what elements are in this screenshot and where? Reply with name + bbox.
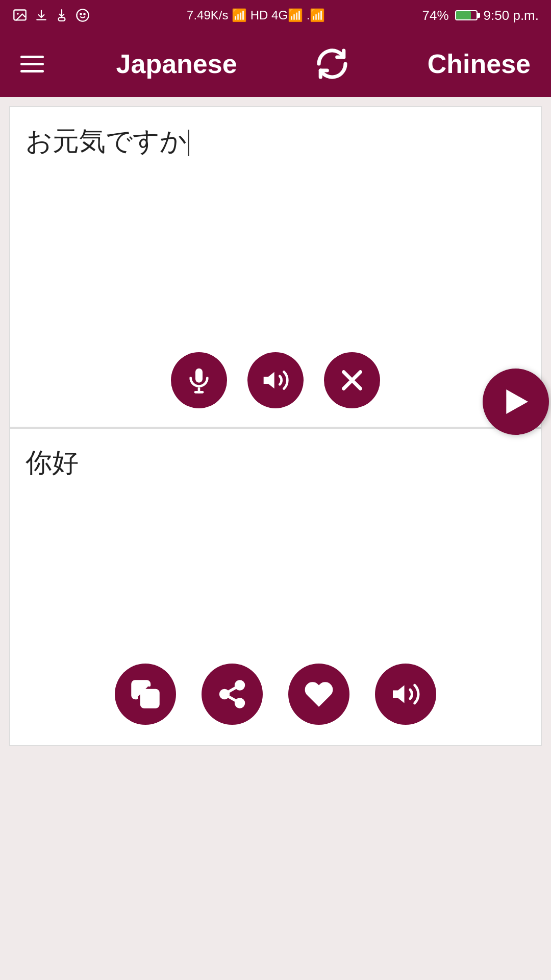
svg-marker-18 [393, 685, 405, 703]
usb-icon [55, 8, 68, 22]
swap-languages-button[interactable] [309, 41, 355, 87]
text-cursor [188, 130, 189, 156]
bottom-space [0, 755, 551, 980]
speaker-button-input[interactable] [247, 352, 304, 408]
battery-icon [455, 10, 478, 20]
output-panel: 你好 [9, 428, 542, 746]
svg-point-1 [17, 13, 19, 15]
source-text: お元気ですか [26, 126, 187, 156]
microphone-icon [185, 366, 213, 395]
send-button[interactable] [483, 369, 549, 435]
svg-rect-12 [142, 691, 159, 707]
speaker-icon-output [390, 679, 421, 709]
translated-text: 你好 [10, 429, 541, 653]
menu-button[interactable] [20, 56, 44, 72]
svg-point-2 [77, 9, 88, 21]
svg-point-3 [80, 14, 81, 15]
send-icon [499, 385, 532, 418]
status-icons-left [12, 8, 90, 22]
source-text-area[interactable]: お元気ですか [10, 107, 541, 342]
clear-button[interactable] [324, 352, 380, 408]
share-icon [217, 679, 247, 709]
status-speed: 7.49K/s 📶 HD 4G📶 .📶 [187, 8, 325, 22]
microphone-button[interactable] [171, 352, 227, 408]
battery-percent: 74% [422, 8, 449, 23]
download-icon [35, 8, 48, 22]
svg-line-17 [228, 687, 236, 692]
status-time: 9:50 p.m. [484, 8, 539, 23]
target-language[interactable]: Chinese [428, 48, 531, 79]
main-content: お元気ですか [0, 97, 551, 980]
share-button[interactable] [202, 664, 263, 725]
clear-icon [338, 366, 366, 395]
svg-rect-5 [195, 369, 203, 383]
svg-line-16 [228, 696, 236, 701]
copy-button[interactable] [115, 664, 176, 725]
heart-icon [304, 679, 334, 709]
speaker-button-output[interactable] [375, 664, 436, 725]
status-right: 74% 9:50 p.m. [422, 8, 539, 23]
header: Japanese Chinese [0, 31, 551, 97]
svg-marker-11 [506, 389, 528, 414]
source-language[interactable]: Japanese [116, 48, 237, 79]
output-actions [10, 653, 541, 745]
favorite-button[interactable] [288, 664, 349, 725]
input-panel: お元気ですか [9, 106, 542, 428]
image-icon [12, 8, 28, 22]
copy-icon [130, 679, 161, 709]
input-actions [10, 342, 541, 427]
smile-icon [76, 8, 90, 22]
speaker-icon-input [261, 366, 290, 395]
svg-rect-0 [14, 10, 26, 20]
svg-marker-8 [264, 372, 274, 389]
svg-point-4 [84, 14, 85, 15]
status-bar: 7.49K/s 📶 HD 4G📶 .📶 74% 9:50 p.m. [0, 0, 551, 31]
